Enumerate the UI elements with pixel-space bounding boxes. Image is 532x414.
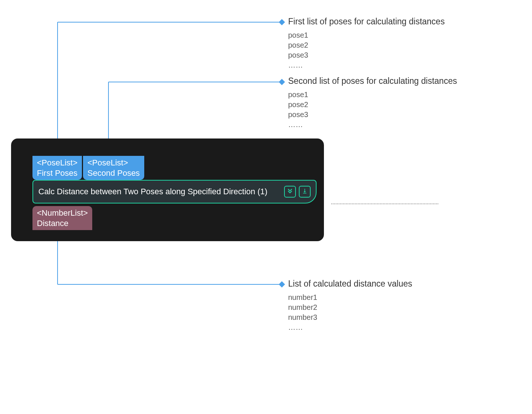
annotation-body: pose1 pose2 pose3 …… (288, 90, 457, 130)
calc-distance-node[interactable]: <PoseList> First Poses <PoseList> Second… (11, 138, 324, 241)
port-name: First Poses (37, 168, 77, 178)
expand-button[interactable] (284, 186, 296, 198)
diagram-canvas: <PoseList> First Poses <PoseList> Second… (0, 0, 532, 414)
diamond-marker (279, 79, 285, 85)
annotation-body: pose1 pose2 pose3 …… (288, 30, 445, 70)
diamond-marker (279, 281, 285, 288)
annotation-input2: Second list of poses for calculating dis… (288, 76, 457, 130)
download-button[interactable] (299, 186, 311, 198)
annotation-input1: First list of poses for calculating dist… (288, 17, 445, 70)
port-name: Distance (37, 218, 88, 229)
input-port-second-poses[interactable]: <PoseList> Second Poses (83, 156, 144, 180)
input-port-first-poses[interactable]: <PoseList> First Poses (32, 156, 82, 180)
diamond-marker (279, 19, 285, 25)
arrow-down-icon (301, 188, 308, 196)
annotation-title: First list of poses for calculating dist… (288, 17, 445, 27)
annotation-title: Second list of poses for calculating dis… (288, 76, 457, 86)
double-chevron-down-icon (287, 188, 293, 196)
port-type: <PoseList> (37, 158, 77, 168)
port-type: <PoseList> (87, 158, 140, 168)
dotted-divider (331, 203, 438, 204)
port-type: <NumberList> (37, 208, 88, 218)
node-title: Calc Distance between Two Poses along Sp… (38, 187, 281, 196)
annotation-output1: List of calculated distance values numbe… (288, 279, 412, 332)
annotation-title: List of calculated distance values (288, 279, 412, 289)
node-title-bar: Calc Distance between Two Poses along Sp… (32, 180, 317, 203)
svg-rect-6 (303, 193, 307, 194)
output-port-distance[interactable]: <NumberList> Distance (32, 206, 92, 230)
port-name: Second Poses (87, 168, 140, 178)
annotation-body: number1 number2 number3 …… (288, 292, 412, 332)
